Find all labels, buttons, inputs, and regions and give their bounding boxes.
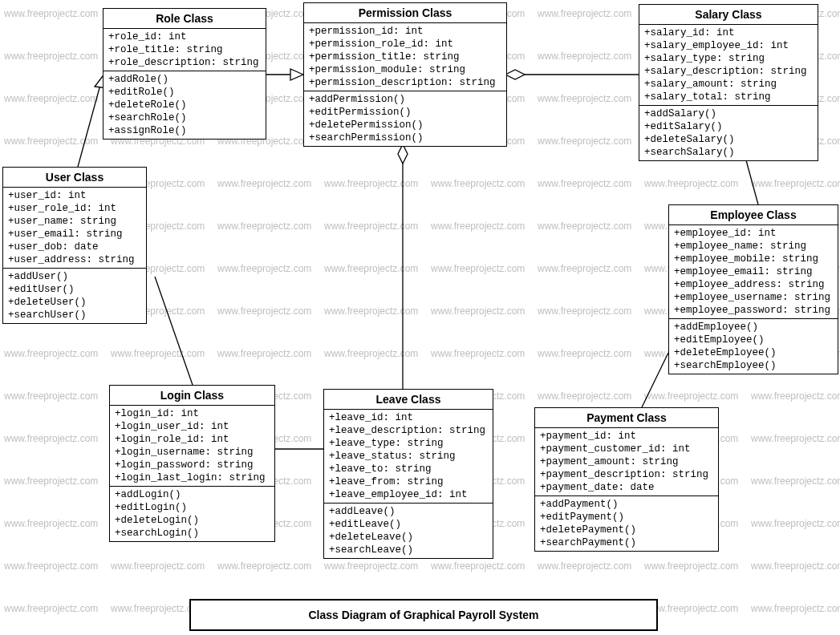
class-member: +payment_id: int	[540, 430, 713, 443]
class-user: User Class +user_id: int+user_role_id: i…	[2, 167, 147, 324]
class-member: +user_email: string	[8, 228, 141, 241]
class-member: +permission_module: string	[309, 63, 501, 76]
class-role-title: Role Class	[103, 9, 266, 29]
class-member: +leave_id: int	[329, 411, 488, 424]
class-salary-title: Salary Class	[639, 5, 818, 25]
class-member: +login_role_id: int	[115, 433, 270, 446]
class-leave: Leave Class +leave_id: int+leave_descrip…	[323, 389, 493, 559]
class-permission-ops: +addPermission()+editPermission()+delete…	[304, 91, 506, 146]
class-member: +addLogin()	[115, 488, 270, 501]
class-member: +role_id: int	[108, 30, 261, 43]
class-member: +permission_title: string	[309, 51, 501, 63]
class-member: +searchPermission()	[309, 131, 501, 144]
class-member: +employee_address: string	[674, 278, 833, 291]
class-member: +login_last_login: string	[115, 471, 270, 484]
class-member: +addLeave()	[329, 505, 488, 518]
class-role-ops: +addRole()+editRole()+deleteRole()+searc…	[103, 71, 266, 139]
class-role: Role Class +role_id: int+role_title: str…	[103, 8, 266, 140]
class-payment-ops: +addPayment()+editPayment()+deletePaymen…	[535, 495, 718, 551]
class-payment-attrs: +payment_id: int+payment_customer_id: in…	[535, 428, 718, 495]
class-member: +role_title: string	[108, 43, 261, 56]
class-member: +salary_description: string	[644, 65, 813, 78]
class-login-attrs: +login_id: int+login_user_id: int+login_…	[110, 406, 274, 486]
class-user-ops: +addUser()+editUser()+deleteUser()+searc…	[3, 268, 146, 323]
class-member: +searchEmployee()	[674, 359, 833, 372]
class-member: +salary_id: int	[644, 26, 813, 39]
class-user-title: User Class	[3, 168, 146, 188]
class-member: +permission_description: string	[309, 76, 501, 89]
class-member: +salary_total: string	[644, 91, 813, 103]
class-login: Login Class +login_id: int+login_user_id…	[109, 385, 275, 542]
class-member: +leave_to: string	[329, 463, 488, 475]
class-member: +login_username: string	[115, 446, 270, 459]
class-member: +employee_email: string	[674, 265, 833, 278]
class-member: +salary_type: string	[644, 52, 813, 65]
class-member: +permission_id: int	[309, 25, 501, 38]
class-employee: Employee Class +employee_id: int+employe…	[668, 204, 838, 374]
class-member: +editUser()	[8, 283, 141, 296]
class-member: +user_name: string	[8, 215, 141, 228]
class-user-attrs: +user_id: int+user_role_id: int+user_nam…	[3, 188, 146, 268]
class-member: +payment_date: date	[540, 481, 713, 494]
class-member: +searchPayment()	[540, 536, 713, 549]
class-member: +searchSalary()	[644, 146, 813, 159]
class-member: +payment_description: string	[540, 468, 713, 481]
class-member: +deleteLeave()	[329, 531, 488, 544]
class-login-title: Login Class	[110, 386, 274, 406]
class-member: +addPayment()	[540, 498, 713, 511]
class-salary-attrs: +salary_id: int+salary_employee_id: int+…	[639, 25, 818, 105]
diagram-caption: Class Diagram of Graphical Payroll Syste…	[189, 599, 658, 631]
class-member: +editLeave()	[329, 518, 488, 531]
class-member: +addRole()	[108, 73, 261, 86]
class-employee-ops: +addEmployee()+editEmployee()+deleteEmpl…	[669, 318, 838, 374]
class-member: +employee_mobile: string	[674, 253, 833, 265]
class-member: +addUser()	[8, 270, 141, 283]
class-member: +salary_employee_id: int	[644, 39, 813, 52]
class-member: +searchLogin()	[115, 527, 270, 540]
class-leave-title: Leave Class	[324, 390, 493, 410]
class-member: +user_id: int	[8, 189, 141, 202]
class-leave-attrs: +leave_id: int+leave_description: string…	[324, 410, 493, 503]
class-member: +assignRole()	[108, 124, 261, 137]
class-member: +leave_status: string	[329, 450, 488, 463]
class-member: +role_description: string	[108, 56, 261, 69]
class-member: +deleteLogin()	[115, 514, 270, 527]
class-member: +editRole()	[108, 86, 261, 99]
class-salary-ops: +addSalary()+editSalary()+deleteSalary()…	[639, 105, 818, 160]
class-role-attrs: +role_id: int+role_title: string+role_de…	[103, 29, 266, 71]
class-login-ops: +addLogin()+editLogin()+deleteLogin()+se…	[110, 486, 274, 541]
class-permission: Permission Class +permission_id: int+per…	[303, 2, 507, 147]
class-member: +addEmployee()	[674, 321, 833, 334]
class-member: +permission_role_id: int	[309, 38, 501, 51]
class-member: +login_password: string	[115, 459, 270, 471]
class-member: +payment_customer_id: int	[540, 443, 713, 455]
class-permission-attrs: +permission_id: int+permission_role_id: …	[304, 23, 506, 91]
class-member: +leave_employee_id: int	[329, 488, 488, 501]
class-member: +user_dob: date	[8, 241, 141, 253]
class-member: +login_user_id: int	[115, 420, 270, 433]
class-permission-title: Permission Class	[304, 3, 506, 23]
class-member: +employee_password: string	[674, 304, 833, 317]
class-member: +editSalary()	[644, 120, 813, 133]
class-member: +deleteSalary()	[644, 133, 813, 146]
class-leave-ops: +addLeave()+editLeave()+deleteLeave()+se…	[324, 503, 493, 558]
class-member: +addPermission()	[309, 93, 501, 106]
class-member: +deleteEmployee()	[674, 346, 833, 359]
class-payment-title: Payment Class	[535, 408, 718, 428]
class-member: +employee_name: string	[674, 240, 833, 253]
class-member: +searchLeave()	[329, 544, 488, 556]
class-member: +user_role_id: int	[8, 202, 141, 215]
class-member: +user_address: string	[8, 253, 141, 266]
class-employee-title: Employee Class	[669, 205, 838, 225]
class-member: +login_id: int	[115, 407, 270, 420]
class-member: +employee_username: string	[674, 291, 833, 304]
class-member: +addSalary()	[644, 107, 813, 120]
class-member: +payment_amount: string	[540, 455, 713, 468]
class-member: +editPermission()	[309, 106, 501, 119]
class-member: +leave_from: string	[329, 475, 488, 488]
class-member: +salary_amount: string	[644, 78, 813, 91]
class-member: +employee_id: int	[674, 227, 833, 240]
class-employee-attrs: +employee_id: int+employee_name: string+…	[669, 225, 838, 318]
class-member: +searchUser()	[8, 309, 141, 322]
class-member: +searchRole()	[108, 111, 261, 124]
